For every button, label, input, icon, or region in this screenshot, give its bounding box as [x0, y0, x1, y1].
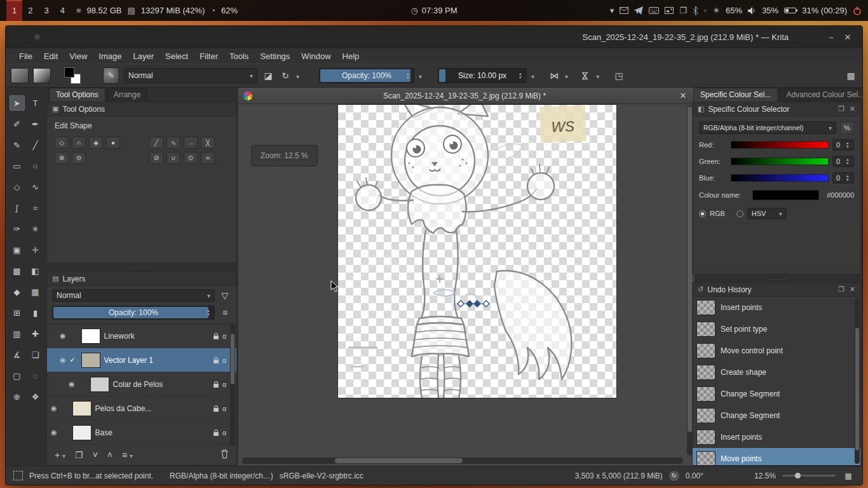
alpha-lock-icon[interactable]: α: [222, 332, 226, 340]
close-button[interactable]: ✕: [839, 29, 856, 45]
layers-docker-title[interactable]: ▤ Layers: [47, 272, 236, 286]
line-tool[interactable]: ╱: [28, 137, 43, 152]
spin-buttons[interactable]: [207, 307, 213, 318]
undo-history-item[interactable]: Move control point: [693, 340, 860, 362]
brush-size-slider[interactable]: Size: 10.00 px: [438, 68, 527, 83]
menu-item[interactable]: Window: [295, 50, 336, 62]
layer-visibility-icon[interactable]: ◉: [69, 380, 75, 388]
rotation-value[interactable]: 0.00°: [686, 471, 703, 480]
red-channel-slider[interactable]: [731, 141, 829, 149]
undo-history-item[interactable]: Change Segment: [693, 405, 860, 426]
minimize-button[interactable]: –: [823, 29, 839, 45]
power-icon[interactable]: [853, 6, 862, 15]
keyboard-icon[interactable]: [649, 7, 659, 14]
layer-visibility-icon[interactable]: ◉: [60, 356, 66, 364]
smooth-point-button[interactable]: ∩: [72, 137, 86, 149]
layer-thumbnail[interactable]: [72, 401, 92, 416]
workspace-button[interactable]: 2: [22, 0, 38, 21]
layer-name[interactable]: Vector Layer 1: [104, 356, 210, 365]
hsv-radio[interactable]: [736, 210, 743, 217]
layer-name[interactable]: Pelos da Cabe...: [95, 404, 210, 413]
menu-item[interactable]: Settings: [254, 50, 295, 62]
bluetooth-icon[interactable]: [693, 6, 698, 15]
dock-tab[interactable]: Specific Colour Sel...: [693, 88, 778, 102]
layer-row[interactable]: ◉ ✓ Linework α: [47, 324, 236, 348]
workspace-button[interactable]: 4: [55, 0, 71, 21]
segment-to-curve-button[interactable]: ∿: [166, 137, 180, 149]
layer-name[interactable]: Base: [95, 428, 210, 437]
blue-channel-slider[interactable]: [731, 174, 829, 182]
convert-to-path-button[interactable]: →: [184, 137, 198, 149]
battery-icon[interactable]: [784, 8, 796, 13]
edit-shapes-tool[interactable]: ✐: [10, 116, 25, 132]
undo-history-item[interactable]: Insert points: [693, 426, 860, 448]
pan-tool[interactable]: ❖: [28, 389, 43, 404]
move-tool[interactable]: ✛: [28, 242, 43, 257]
layer-properties-button[interactable]: ≡: [122, 450, 133, 460]
network-icon[interactable]: ▾: [610, 6, 614, 15]
corner-point-button[interactable]: ◇: [55, 137, 69, 149]
zoom-slider[interactable]: [782, 475, 836, 477]
smart-patch-tool[interactable]: ⊞: [10, 305, 25, 320]
document-close-button[interactable]: ✕: [677, 91, 689, 100]
float-docker-icon[interactable]: ❐: [838, 105, 844, 113]
freehand-path-tool[interactable]: ≈: [28, 200, 43, 215]
remove-point-button[interactable]: ⊖: [72, 152, 86, 164]
zoom-value[interactable]: 12.5%: [754, 471, 776, 480]
gradient-chooser[interactable]: [11, 68, 29, 83]
color-selector-title[interactable]: ◧ Specific Colour Selector ❐ ✕: [693, 102, 860, 116]
selection-mode-icon[interactable]: [13, 471, 23, 480]
telegram-icon[interactable]: [634, 6, 643, 15]
break-at-point-button[interactable]: ╳: [201, 137, 215, 149]
polyline-tool[interactable]: ∿: [28, 179, 43, 194]
close-docker-icon[interactable]: ✕: [850, 285, 855, 294]
menu-item[interactable]: Filter: [194, 50, 224, 62]
fill-tool[interactable]: ▮: [28, 305, 43, 320]
color-depth-dropdown[interactable]: RGB/Alpha (8-bit integer/channel): [699, 121, 836, 134]
workspace-chooser-button[interactable]: ▦: [844, 68, 857, 83]
blending-mode-dropdown[interactable]: Normal: [124, 68, 257, 83]
layer-blending-mode-dropdown[interactable]: Normal: [52, 289, 215, 302]
layer-name[interactable]: Linework: [104, 332, 210, 341]
docker-drag-handle[interactable]: [692, 276, 862, 282]
multibrush-tool[interactable]: ✳: [28, 221, 43, 236]
spin-buttons[interactable]: [846, 157, 852, 166]
alpha-lock-icon[interactable]: α: [222, 429, 226, 437]
spin-buttons[interactable]: [846, 140, 852, 149]
alpha-lock-icon[interactable]: α: [222, 405, 226, 412]
transform-tool[interactable]: ▣: [10, 242, 25, 257]
move-layer-down-button[interactable]: ˅: [93, 450, 98, 460]
mirror-horizontal-button[interactable]: ⋈: [548, 68, 560, 83]
color-profile-label[interactable]: sRGB-elle-V2-srgbtrc.icc: [280, 471, 363, 480]
undo-history-item[interactable]: Move points: [693, 448, 860, 465]
bezier-curve-tool[interactable]: ∫: [10, 200, 25, 215]
canvas-horizontal-scrollbar[interactable]: [242, 458, 683, 464]
layer-row[interactable]: ◉ ✓ Pelos da Cabe... α: [47, 396, 236, 421]
layer-row[interactable]: ◉ ✓ Colar de Pelos α: [47, 372, 236, 396]
dock-tab[interactable]: Tool Options: [49, 88, 105, 102]
layer-options-menu-button[interactable]: ≡: [219, 305, 231, 320]
undo-history-item[interactable]: Insert points: [693, 297, 860, 318]
move-layer-up-button[interactable]: ˄: [107, 450, 112, 460]
measure-tool[interactable]: ∡: [10, 347, 25, 362]
layer-visibility-icon[interactable]: ◉: [60, 332, 66, 340]
select-shapes-tool[interactable]: ➤: [10, 95, 25, 111]
rectangle-tool[interactable]: ▭: [10, 158, 25, 173]
layer-row[interactable]: ◉ ✓ Vector Layer 1 α: [47, 348, 236, 372]
foreground-color-swatch[interactable]: [64, 67, 74, 78]
close-docker-icon[interactable]: ✕: [850, 105, 855, 113]
menu-item[interactable]: Select: [159, 50, 194, 62]
menu-item[interactable]: View: [64, 50, 93, 62]
layer-thumbnail[interactable]: [81, 353, 100, 368]
document-subwindow-titlebar[interactable]: Scan_2025-12-24_19-22-35_2.jpg (212.9 Mi…: [238, 88, 695, 104]
layer-thumbnail[interactable]: [90, 377, 109, 392]
break-segment-button[interactable]: ⊘: [149, 152, 163, 164]
layer-visibility-icon[interactable]: ◉: [51, 404, 57, 412]
zoom-tool[interactable]: ⊕: [10, 389, 25, 404]
undo-list-scrollbar[interactable]: [855, 298, 860, 464]
dock-tab[interactable]: Arrange: [107, 88, 148, 102]
merge-points-button[interactable]: ⊙: [184, 152, 198, 164]
image-icon[interactable]: [665, 7, 674, 14]
float-docker-icon[interactable]: ❐: [838, 285, 844, 294]
chevron-down-icon[interactable]: [565, 70, 568, 81]
